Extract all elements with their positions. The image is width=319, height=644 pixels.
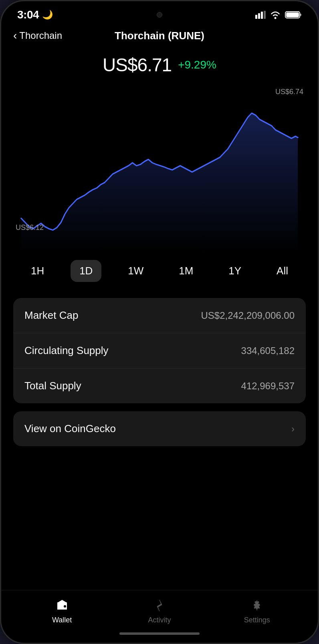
stat-total-label: Total Supply bbox=[24, 380, 81, 392]
time-btn-1d[interactable]: 1D bbox=[71, 260, 101, 282]
price-value: US$6.71 bbox=[103, 54, 172, 76]
price-chart bbox=[13, 84, 306, 252]
nav-item-wallet[interactable]: Wallet bbox=[38, 598, 86, 624]
wallet-icon bbox=[55, 598, 69, 613]
chart-low-label: US$6.12 bbox=[16, 223, 44, 232]
svg-rect-0 bbox=[255, 15, 257, 19]
stat-circulating-label: Circulating Supply bbox=[24, 344, 109, 357]
chevron-right-icon: › bbox=[291, 423, 295, 435]
time-range-selector: 1H 1D 1W 1M 1Y All bbox=[1, 252, 318, 294]
stats-card: Market Cap US$2,242,209,006.00 Circulati… bbox=[13, 298, 306, 403]
activity-icon bbox=[152, 598, 167, 613]
back-button[interactable]: ‹ Thorchain bbox=[13, 29, 62, 42]
spacer bbox=[1, 458, 318, 590]
svg-rect-2 bbox=[261, 12, 263, 19]
time-btn-1w[interactable]: 1W bbox=[119, 260, 152, 282]
moon-icon: 🌙 bbox=[42, 10, 53, 20]
status-icons bbox=[255, 10, 302, 19]
chart-high-label: US$6.74 bbox=[275, 88, 303, 96]
dynamic-island bbox=[127, 7, 192, 23]
stat-market-cap: Market Cap US$2,242,209,006.00 bbox=[13, 298, 306, 333]
nav-settings-label: Settings bbox=[244, 616, 270, 624]
nav-item-activity[interactable]: Activity bbox=[135, 598, 184, 624]
back-label: Thorchain bbox=[19, 30, 62, 41]
time-btn-1m[interactable]: 1M bbox=[170, 260, 202, 282]
home-indicator bbox=[119, 632, 200, 635]
wifi-icon bbox=[270, 10, 281, 19]
signal-icon bbox=[255, 11, 266, 19]
svg-rect-8 bbox=[64, 605, 66, 608]
settings-icon bbox=[250, 598, 264, 613]
svg-rect-1 bbox=[258, 13, 260, 19]
svg-rect-7 bbox=[300, 14, 301, 16]
price-section: US$6.71 +9.29% bbox=[1, 50, 318, 84]
nav-item-settings[interactable]: Settings bbox=[233, 598, 281, 624]
price-display: US$6.71 +9.29% bbox=[13, 54, 306, 76]
nav-wallet-label: Wallet bbox=[52, 616, 72, 624]
svg-rect-3 bbox=[264, 11, 266, 19]
svg-rect-6 bbox=[286, 12, 299, 17]
status-time: 3:04 bbox=[17, 8, 39, 21]
svg-point-4 bbox=[275, 17, 277, 19]
bottom-nav: Wallet Activity Settings bbox=[1, 590, 318, 628]
back-arrow-icon: ‹ bbox=[13, 29, 17, 42]
stat-circulating-supply: Circulating Supply 334,605,182 bbox=[13, 333, 306, 368]
phone-frame: 3:04 🌙 bbox=[0, 0, 319, 644]
time-btn-1y[interactable]: 1Y bbox=[220, 260, 250, 282]
stat-total-supply: Total Supply 412,969,537 bbox=[13, 368, 306, 403]
stat-market-cap-value: US$2,242,209,006.00 bbox=[201, 310, 295, 321]
nav-activity-label: Activity bbox=[148, 616, 171, 624]
stat-market-cap-label: Market Cap bbox=[24, 309, 78, 322]
nav-header: ‹ Thorchain Thorchain (RUNE) bbox=[1, 25, 318, 50]
coingecko-label: View on CoinGecko bbox=[24, 423, 116, 435]
stat-circulating-value: 334,605,182 bbox=[241, 345, 295, 356]
island-camera bbox=[157, 12, 162, 18]
stat-total-value: 412,969,537 bbox=[241, 380, 295, 392]
coingecko-button[interactable]: View on CoinGecko › bbox=[13, 411, 306, 446]
phone-screen: 3:04 🌙 bbox=[1, 1, 318, 643]
price-change: +9.29% bbox=[178, 58, 216, 71]
page-title: Thorchain (RUNE) bbox=[115, 30, 204, 42]
battery-icon bbox=[285, 10, 302, 19]
time-btn-all[interactable]: All bbox=[268, 260, 297, 282]
chart-section: US$6.74 US$6.12 bbox=[1, 84, 318, 252]
time-btn-1h[interactable]: 1H bbox=[22, 260, 53, 282]
